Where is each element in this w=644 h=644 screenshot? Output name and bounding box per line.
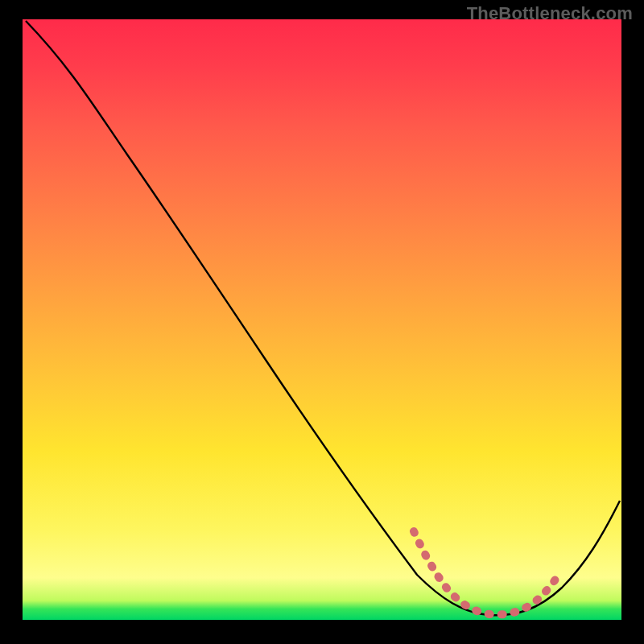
- chart-stage: TheBottleneck.com: [0, 0, 644, 644]
- optimal-range-marker: [414, 531, 559, 614]
- curve-layer: [23, 19, 621, 620]
- bottleneck-curve: [26, 21, 620, 615]
- plot-area: [23, 19, 621, 620]
- watermark-text: TheBottleneck.com: [467, 3, 633, 24]
